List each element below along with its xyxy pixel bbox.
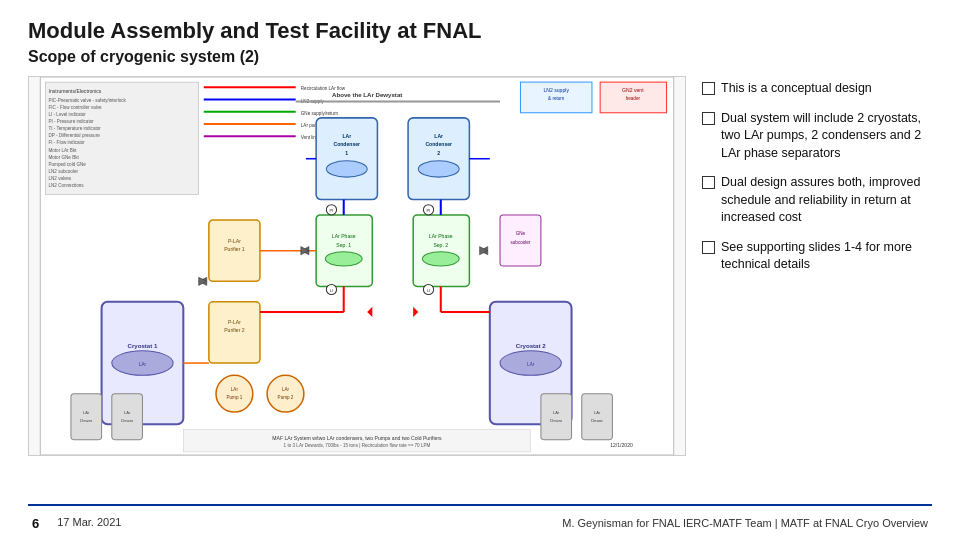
svg-text:PI: PI bbox=[330, 208, 334, 213]
svg-rect-39 bbox=[408, 118, 469, 200]
svg-text:Pump 1: Pump 1 bbox=[227, 395, 243, 400]
svg-text:PI: PI bbox=[427, 208, 431, 213]
svg-point-65 bbox=[267, 375, 304, 412]
bullet-text-3: Dual design assures both, improved sched… bbox=[721, 174, 932, 227]
svg-rect-110 bbox=[582, 394, 613, 440]
svg-text:1: 1 bbox=[345, 150, 348, 156]
svg-text:Purifier 2: Purifier 2 bbox=[224, 327, 245, 333]
svg-text:header: header bbox=[626, 96, 641, 101]
bullet-item-3: Dual design assures both, improved sched… bbox=[702, 174, 932, 227]
svg-text:TI - Temperature indicator: TI - Temperature indicator bbox=[48, 126, 101, 131]
svg-text:Condenser: Condenser bbox=[425, 141, 452, 147]
svg-text:2: 2 bbox=[437, 150, 440, 156]
svg-text:LAr: LAr bbox=[527, 362, 535, 367]
svg-text:LAr Phase: LAr Phase bbox=[332, 233, 356, 239]
svg-rect-113 bbox=[183, 429, 530, 451]
diagram-area: Instruments/Electronics PIC-Pneumatic va… bbox=[28, 76, 686, 456]
svg-rect-34 bbox=[316, 118, 377, 200]
svg-text:FIC - Flow controller valve: FIC - Flow controller valve bbox=[48, 105, 102, 110]
svg-text:1 to 3 LAr Dewards, 700lbs - 1: 1 to 3 LAr Dewards, 700lbs - 15 tons | R… bbox=[284, 443, 431, 448]
svg-point-47 bbox=[325, 252, 362, 266]
svg-rect-104 bbox=[112, 394, 143, 440]
svg-text:PIC-Pneumatic valve - safety/i: PIC-Pneumatic valve - safety/interlock bbox=[48, 98, 126, 103]
svg-rect-107 bbox=[541, 394, 572, 440]
bullet-item-4: See supporting slides 1-4 for more techn… bbox=[702, 239, 932, 274]
main-title: Module Assembly and Test Facility at FNA… bbox=[28, 18, 932, 44]
svg-text:LAr: LAr bbox=[434, 133, 443, 139]
bullet-text-4: See supporting slides 1-4 for more techn… bbox=[721, 239, 932, 274]
svg-text:P-LAr: P-LAr bbox=[228, 238, 241, 244]
svg-text:LAr: LAr bbox=[124, 410, 131, 415]
checkbox-4 bbox=[702, 241, 715, 254]
svg-text:LAr: LAr bbox=[282, 387, 290, 392]
svg-text:LAr: LAr bbox=[139, 362, 147, 367]
svg-point-62 bbox=[216, 375, 253, 412]
svg-text:& return: & return bbox=[548, 96, 565, 101]
slide-number: 6 bbox=[32, 516, 39, 531]
svg-text:Dewar: Dewar bbox=[80, 418, 92, 423]
svg-text:Motor LAr Bkt: Motor LAr Bkt bbox=[48, 148, 77, 153]
slide-container: Module Assembly and Test Facility at FNA… bbox=[0, 0, 960, 540]
svg-text:Condenser: Condenser bbox=[333, 141, 360, 147]
footer-presenter: M. Geynisman for FNAL IERC-MATF Team | M… bbox=[562, 517, 928, 529]
svg-text:Sep. 1: Sep. 1 bbox=[336, 242, 351, 248]
checkbox-2 bbox=[702, 112, 715, 125]
footer-left: 6 17 Mar. 2021 bbox=[32, 516, 121, 531]
svg-text:LAr: LAr bbox=[83, 410, 90, 415]
svg-rect-27 bbox=[296, 100, 500, 102]
checkbox-3 bbox=[702, 176, 715, 189]
svg-text:LN2 Connections: LN2 Connections bbox=[48, 183, 84, 188]
svg-text:LI: LI bbox=[330, 288, 333, 293]
svg-text:GN2 vent: GN2 vent bbox=[622, 87, 644, 93]
svg-text:Dewar: Dewar bbox=[550, 418, 562, 423]
svg-text:GNe supply/return: GNe supply/return bbox=[301, 111, 339, 116]
svg-text:Dewar: Dewar bbox=[591, 418, 603, 423]
svg-text:LI - Level indicator: LI - Level indicator bbox=[48, 112, 86, 117]
svg-text:Purifier 1: Purifier 1 bbox=[224, 246, 245, 252]
svg-point-51 bbox=[422, 252, 459, 266]
bullet-text-2: Dual system will include 2 cryostats, tw… bbox=[721, 110, 932, 163]
svg-text:LI: LI bbox=[427, 288, 430, 293]
svg-text:Cryostat 2: Cryostat 2 bbox=[516, 342, 546, 349]
svg-text:Pumped cold GNe: Pumped cold GNe bbox=[48, 162, 86, 167]
svg-rect-48 bbox=[413, 215, 469, 287]
svg-text:Instruments/Electronics: Instruments/Electronics bbox=[48, 88, 101, 94]
right-panel: This is a conceptual design Dual system … bbox=[702, 76, 932, 498]
svg-text:subcooler: subcooler bbox=[511, 240, 531, 245]
svg-text:LAr: LAr bbox=[231, 387, 239, 392]
svg-text:Sep. 2: Sep. 2 bbox=[433, 242, 448, 248]
svg-text:Cryostat 1: Cryostat 1 bbox=[128, 342, 158, 349]
svg-text:LAr: LAr bbox=[342, 133, 351, 139]
svg-text:DP - Differential pressure: DP - Differential pressure bbox=[48, 133, 100, 138]
svg-text:MAF LAr System w/two LAr conde: MAF LAr System w/two LAr condensers, two… bbox=[272, 435, 442, 441]
svg-text:LAr Phase: LAr Phase bbox=[429, 233, 453, 239]
svg-text:LAr: LAr bbox=[553, 410, 560, 415]
svg-text:LN2 subcooler: LN2 subcooler bbox=[48, 169, 78, 174]
svg-text:FI - Flow indicator: FI - Flow indicator bbox=[48, 140, 85, 145]
svg-text:Motor GNe Bkt: Motor GNe Bkt bbox=[48, 155, 79, 160]
content-area: Instruments/Electronics PIC-Pneumatic va… bbox=[28, 76, 932, 498]
subtitle: Scope of cryogenic system (2) bbox=[28, 48, 932, 66]
svg-text:LN2 valves: LN2 valves bbox=[48, 176, 71, 181]
svg-rect-44 bbox=[316, 215, 372, 287]
footer-bar: 6 17 Mar. 2021 M. Geynisman for FNAL IER… bbox=[28, 504, 932, 540]
svg-text:Pump 2: Pump 2 bbox=[278, 395, 294, 400]
svg-text:LN2 supply: LN2 supply bbox=[543, 87, 569, 93]
svg-text:GNe: GNe bbox=[516, 231, 526, 236]
svg-text:Above the LAr Dewystat: Above the LAr Dewystat bbox=[332, 91, 402, 98]
bullet-text-1: This is a conceptual design bbox=[721, 80, 932, 98]
bullet-item-1: This is a conceptual design bbox=[702, 80, 932, 98]
svg-text:P-LAr: P-LAr bbox=[228, 319, 241, 325]
bullet-item-2: Dual system will include 2 cryostats, tw… bbox=[702, 110, 932, 163]
svg-text:PI - Pressure indicator: PI - Pressure indicator bbox=[48, 119, 94, 124]
svg-text:LAr: LAr bbox=[594, 410, 601, 415]
svg-point-43 bbox=[418, 161, 459, 177]
footer-date: 17 Mar. 2021 bbox=[57, 516, 121, 531]
diagram-svg: Instruments/Electronics PIC-Pneumatic va… bbox=[29, 77, 685, 455]
svg-text:12/1/2020: 12/1/2020 bbox=[610, 442, 633, 448]
svg-text:Dewar: Dewar bbox=[121, 418, 133, 423]
svg-point-38 bbox=[326, 161, 367, 177]
checkbox-1 bbox=[702, 82, 715, 95]
svg-rect-101 bbox=[71, 394, 102, 440]
